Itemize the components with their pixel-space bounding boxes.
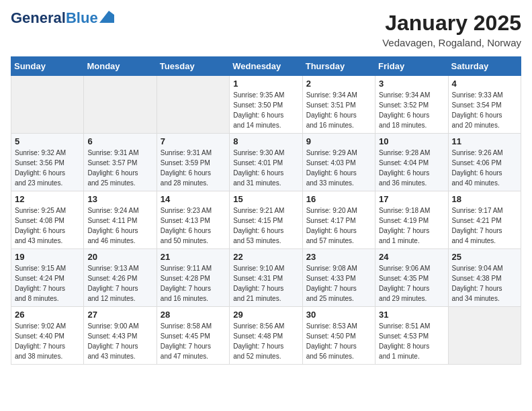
calendar-cell: 11Sunrise: 9:26 AM Sunset: 4:06 PM Dayli… xyxy=(448,134,521,191)
day-info: Sunrise: 9:34 AM Sunset: 3:51 PM Dayligh… xyxy=(306,90,371,130)
calendar-cell: 6Sunrise: 9:31 AM Sunset: 3:57 PM Daylig… xyxy=(84,134,157,191)
day-info: Sunrise: 9:26 AM Sunset: 4:06 PM Dayligh… xyxy=(452,148,517,188)
calendar-cell xyxy=(11,76,84,134)
calendar-cell: 16Sunrise: 9:20 AM Sunset: 4:17 PM Dayli… xyxy=(302,191,375,249)
calendar-cell: 29Sunrise: 8:56 AM Sunset: 4:48 PM Dayli… xyxy=(230,307,302,365)
day-number: 6 xyxy=(87,136,152,146)
day-info: Sunrise: 9:32 AM Sunset: 3:56 PM Dayligh… xyxy=(15,148,80,188)
day-info: Sunrise: 9:31 AM Sunset: 3:57 PM Dayligh… xyxy=(87,148,152,188)
day-info: Sunrise: 9:08 AM Sunset: 4:33 PM Dayligh… xyxy=(306,263,371,304)
calendar-cell: 14Sunrise: 9:23 AM Sunset: 4:13 PM Dayli… xyxy=(157,191,229,249)
day-info: Sunrise: 9:31 AM Sunset: 3:59 PM Dayligh… xyxy=(161,148,226,188)
day-number: 23 xyxy=(306,252,371,262)
day-number: 31 xyxy=(379,310,444,320)
weekday-header: Thursday xyxy=(302,57,375,76)
day-number: 22 xyxy=(233,252,298,262)
calendar-week-row: 26Sunrise: 9:02 AM Sunset: 4:40 PM Dayli… xyxy=(11,307,521,365)
title-section: January 2025 Vedavagen, Rogaland, Norway xyxy=(382,11,521,48)
day-number: 10 xyxy=(379,136,444,146)
day-number: 11 xyxy=(452,136,517,146)
day-info: Sunrise: 9:04 AM Sunset: 4:38 PM Dayligh… xyxy=(452,263,517,304)
calendar-cell: 20Sunrise: 9:13 AM Sunset: 4:26 PM Dayli… xyxy=(84,249,157,307)
calendar-cell: 8Sunrise: 9:30 AM Sunset: 4:01 PM Daylig… xyxy=(230,134,302,191)
day-info: Sunrise: 9:15 AM Sunset: 4:24 PM Dayligh… xyxy=(15,263,80,304)
calendar-cell: 24Sunrise: 9:06 AM Sunset: 4:35 PM Dayli… xyxy=(375,249,448,307)
day-info: Sunrise: 9:35 AM Sunset: 3:50 PM Dayligh… xyxy=(233,90,298,130)
day-info: Sunrise: 8:53 AM Sunset: 4:50 PM Dayligh… xyxy=(306,321,371,361)
calendar-cell: 28Sunrise: 8:58 AM Sunset: 4:45 PM Dayli… xyxy=(157,307,229,365)
day-info: Sunrise: 9:02 AM Sunset: 4:40 PM Dayligh… xyxy=(15,321,80,361)
day-number: 25 xyxy=(452,252,517,262)
day-number: 5 xyxy=(15,136,80,146)
calendar-cell: 31Sunrise: 8:51 AM Sunset: 4:53 PM Dayli… xyxy=(375,307,448,365)
calendar-cell xyxy=(448,307,521,365)
day-number: 19 xyxy=(15,252,80,262)
day-number: 28 xyxy=(161,310,226,320)
day-number: 8 xyxy=(233,136,298,146)
calendar-week-row: 12Sunrise: 9:25 AM Sunset: 4:08 PM Dayli… xyxy=(11,191,521,249)
day-number: 17 xyxy=(379,194,444,204)
weekday-header: Tuesday xyxy=(157,57,229,76)
calendar-cell xyxy=(84,76,157,134)
calendar-week-row: 5Sunrise: 9:32 AM Sunset: 3:56 PM Daylig… xyxy=(11,134,521,191)
calendar-cell: 30Sunrise: 8:53 AM Sunset: 4:50 PM Dayli… xyxy=(302,307,375,365)
day-number: 24 xyxy=(379,252,444,262)
calendar-cell: 25Sunrise: 9:04 AM Sunset: 4:38 PM Dayli… xyxy=(448,249,521,307)
calendar-cell xyxy=(157,76,229,134)
day-info: Sunrise: 9:33 AM Sunset: 3:54 PM Dayligh… xyxy=(452,90,517,130)
calendar-cell: 7Sunrise: 9:31 AM Sunset: 3:59 PM Daylig… xyxy=(157,134,229,191)
weekday-header: Monday xyxy=(84,57,157,76)
day-number: 1 xyxy=(233,79,298,89)
day-info: Sunrise: 9:24 AM Sunset: 4:11 PM Dayligh… xyxy=(87,205,152,246)
day-number: 29 xyxy=(233,310,298,320)
calendar-table: SundayMondayTuesdayWednesdayThursdayFrid… xyxy=(11,56,521,365)
day-info: Sunrise: 9:23 AM Sunset: 4:13 PM Dayligh… xyxy=(161,205,226,246)
calendar-cell: 26Sunrise: 9:02 AM Sunset: 4:40 PM Dayli… xyxy=(11,307,84,365)
calendar-cell: 1Sunrise: 9:35 AM Sunset: 3:50 PM Daylig… xyxy=(230,76,302,134)
day-number: 9 xyxy=(306,136,371,146)
calendar-cell: 5Sunrise: 9:32 AM Sunset: 3:56 PM Daylig… xyxy=(11,134,84,191)
day-number: 4 xyxy=(452,79,517,89)
calendar-cell: 15Sunrise: 9:21 AM Sunset: 4:15 PM Dayli… xyxy=(230,191,302,249)
day-info: Sunrise: 9:17 AM Sunset: 4:21 PM Dayligh… xyxy=(452,205,517,246)
weekday-header: Sunday xyxy=(11,57,84,76)
calendar-cell: 12Sunrise: 9:25 AM Sunset: 4:08 PM Dayli… xyxy=(11,191,84,249)
calendar-cell: 17Sunrise: 9:18 AM Sunset: 4:19 PM Dayli… xyxy=(375,191,448,249)
day-number: 21 xyxy=(161,252,226,262)
day-number: 16 xyxy=(306,194,371,204)
calendar-cell: 9Sunrise: 9:29 AM Sunset: 4:03 PM Daylig… xyxy=(302,134,375,191)
day-number: 27 xyxy=(87,310,152,320)
weekday-header: Friday xyxy=(375,57,448,76)
svg-marker-0 xyxy=(99,11,114,23)
location-subtitle: Vedavagen, Rogaland, Norway xyxy=(382,37,521,48)
page-header: GeneralBlue January 2025 Vedavagen, Roga… xyxy=(11,11,521,48)
day-info: Sunrise: 9:20 AM Sunset: 4:17 PM Dayligh… xyxy=(306,205,371,246)
day-number: 15 xyxy=(233,194,298,204)
day-number: 20 xyxy=(87,252,152,262)
weekday-header: Saturday xyxy=(448,57,521,76)
day-info: Sunrise: 9:00 AM Sunset: 4:43 PM Dayligh… xyxy=(87,321,152,361)
day-info: Sunrise: 9:29 AM Sunset: 4:03 PM Dayligh… xyxy=(306,148,371,188)
day-info: Sunrise: 8:56 AM Sunset: 4:48 PM Dayligh… xyxy=(233,321,298,361)
day-info: Sunrise: 9:18 AM Sunset: 4:19 PM Dayligh… xyxy=(379,205,444,246)
day-number: 26 xyxy=(15,310,80,320)
day-info: Sunrise: 9:21 AM Sunset: 4:15 PM Dayligh… xyxy=(233,205,298,246)
calendar-cell: 3Sunrise: 9:34 AM Sunset: 3:52 PM Daylig… xyxy=(375,76,448,134)
weekday-header: Wednesday xyxy=(230,57,302,76)
day-number: 2 xyxy=(306,79,371,89)
calendar-cell: 2Sunrise: 9:34 AM Sunset: 3:51 PM Daylig… xyxy=(302,76,375,134)
day-number: 12 xyxy=(15,194,80,204)
day-info: Sunrise: 9:30 AM Sunset: 4:01 PM Dayligh… xyxy=(233,148,298,188)
day-info: Sunrise: 8:58 AM Sunset: 4:45 PM Dayligh… xyxy=(161,321,226,361)
calendar-cell: 4Sunrise: 9:33 AM Sunset: 3:54 PM Daylig… xyxy=(448,76,521,134)
day-info: Sunrise: 9:11 AM Sunset: 4:28 PM Dayligh… xyxy=(161,263,226,304)
calendar-cell: 27Sunrise: 9:00 AM Sunset: 4:43 PM Dayli… xyxy=(84,307,157,365)
month-title: January 2025 xyxy=(382,11,521,36)
calendar-cell: 19Sunrise: 9:15 AM Sunset: 4:24 PM Dayli… xyxy=(11,249,84,307)
day-number: 7 xyxy=(161,136,226,146)
day-number: 3 xyxy=(379,79,444,89)
logo-icon xyxy=(99,11,114,23)
calendar-header-row: SundayMondayTuesdayWednesdayThursdayFrid… xyxy=(11,57,521,76)
day-number: 13 xyxy=(87,194,152,204)
calendar-cell: 13Sunrise: 9:24 AM Sunset: 4:11 PM Dayli… xyxy=(84,191,157,249)
